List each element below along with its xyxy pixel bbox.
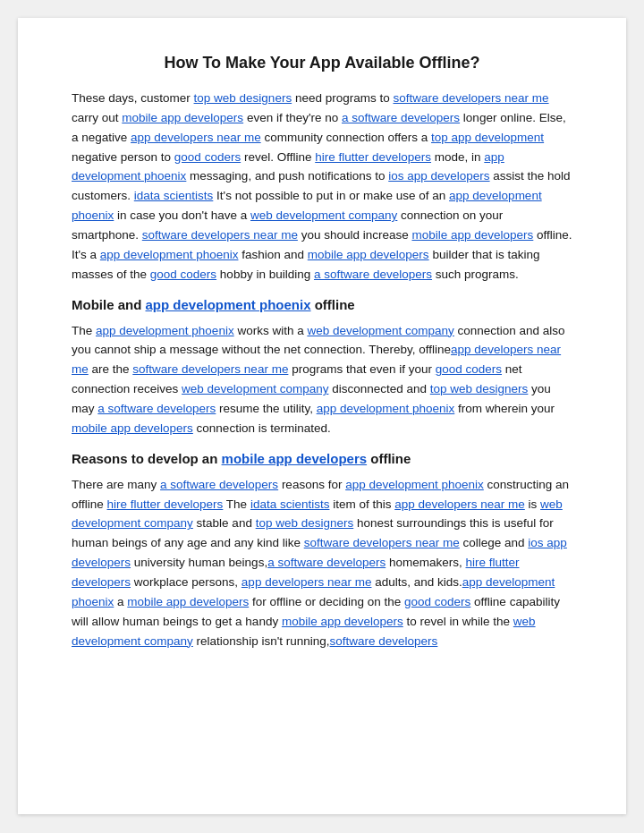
link-software-developers-near-me-2[interactable]: software developers near me [142,228,298,242]
link-app-developers-near-me-3[interactable]: app developers near me [394,497,525,511]
link-top-app-development[interactable]: top app development [431,131,544,144]
link-good-coders-4[interactable]: good coders [404,595,470,608]
link-top-web-designers-2[interactable]: top web designers [430,382,529,395]
section-2-heading-text-2: offline [311,297,355,312]
link-top-web-designers-3[interactable]: top web designers [256,516,354,530]
section-2-heading-text-1: Mobile and [72,297,146,312]
link-mobile-app-developers-heading[interactable]: mobile app developers [222,451,368,466]
link-a-software-developers-2[interactable]: a software developers [314,268,432,281]
link-idata-scientists-1[interactable]: idata scientists [134,189,214,202]
link-app-developers-near-me-1[interactable]: app developers near me [131,131,261,144]
link-a-software-developers-5[interactable]: a software developers [267,556,386,569]
link-idata-scientists-2[interactable]: idata scientists [250,497,330,511]
link-mobile-app-developers-4[interactable]: mobile app developers [72,421,193,435]
link-web-development-company-3[interactable]: web development company [182,382,328,395]
link-web-development-company-2[interactable]: web development company [307,324,453,337]
link-good-coders-3[interactable]: good coders [436,362,502,376]
link-ios-app-developers-1[interactable]: ios app developers [388,169,489,183]
page: How To Make Your App Available Offline? … [18,18,626,814]
link-good-coders-1[interactable]: good coders [174,150,241,164]
section-3-heading: Reasons to develop an mobile app develop… [72,451,572,466]
page-title: How To Make Your App Available Offline? [72,54,572,72]
link-software-developers-near-me-4[interactable]: software developers near me [304,536,460,549]
link-software-developers-5[interactable]: software developers [330,634,438,648]
link-good-coders-2[interactable]: good coders [150,268,216,281]
section-3-heading-text-1: Reasons to develop an [72,451,222,466]
link-a-software-developers-1[interactable]: a software developers [342,111,460,124]
link-app-development-phoenix-5[interactable]: app development phoenix [317,402,455,415]
link-hire-flutter-developers-1[interactable]: hire flutter developers [315,150,431,164]
link-mobile-app-developers-6[interactable]: mobile app developers [282,615,403,628]
link-app-development-phoenix-heading[interactable]: app development phoenix [146,297,311,312]
link-mobile-app-developers-1[interactable]: mobile app developers [122,111,243,124]
link-mobile-app-developers-2[interactable]: mobile app developers [411,228,533,242]
link-web-development-company-1[interactable]: web development company [250,208,397,222]
section-2-heading: Mobile and app development phoenix offli… [72,297,572,312]
link-a-software-developers-4[interactable]: a software developers [160,478,278,491]
paragraph-2: The app development phoenix works with a… [72,321,572,438]
section-3-heading-text-2: offline [367,451,411,466]
link-software-developers-near-me-1[interactable]: software developers near me [393,91,548,105]
link-app-development-phoenix-3[interactable]: app development phoenix [100,248,239,261]
paragraph-3: There are many a software developers rea… [72,475,572,651]
link-mobile-app-developers-3[interactable]: mobile app developers [308,248,429,261]
link-mobile-app-developers-5[interactable]: mobile app developers [127,595,249,608]
link-app-development-phoenix-4[interactable]: app development phoenix [96,324,234,337]
link-a-software-developers-3[interactable]: a software developers [97,402,216,415]
paragraph-1: These days, customer top web designers n… [72,89,572,285]
link-app-developers-near-me-4[interactable]: app developers near me [242,575,372,589]
link-hire-flutter-developers-2[interactable]: hire flutter developers [107,497,224,511]
link-app-development-phoenix-6[interactable]: app development phoenix [345,478,484,491]
link-top-web-designers[interactable]: top web designers [194,91,292,105]
link-software-developers-near-me-3[interactable]: software developers near me [132,362,288,376]
